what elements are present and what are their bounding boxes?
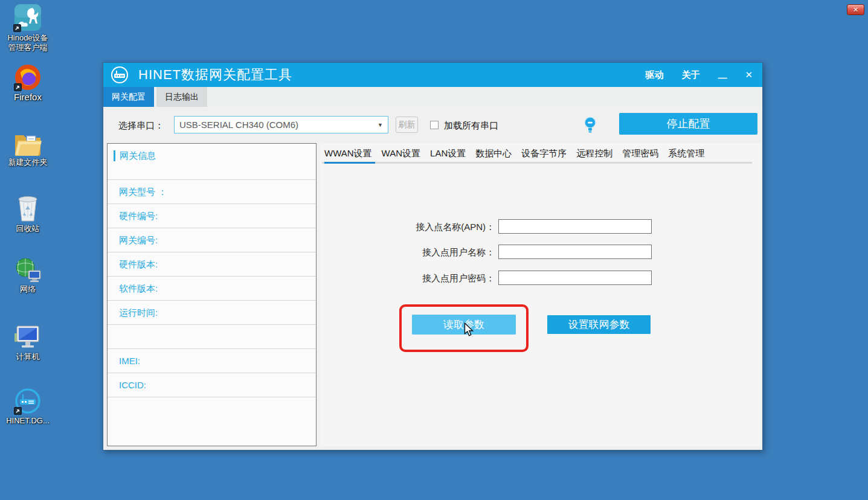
router-shortcut-icon <box>14 388 41 414</box>
window-title: HINET数据网关配置工具 <box>138 66 292 84</box>
remote-close-button[interactable]: ✕ <box>847 4 864 15</box>
router-logo-icon <box>111 66 129 84</box>
tab-lan-settings[interactable]: LAN设置 <box>430 148 466 159</box>
close-button[interactable]: ✕ <box>745 69 753 80</box>
serial-port-select[interactable]: USB-SERIAL CH340 (COM6) ▼ <box>174 116 388 133</box>
desktop-icon-firefox[interactable]: Firefox <box>0 64 56 102</box>
tab-data-center[interactable]: 数据中心 <box>475 148 512 159</box>
settings-tab-bar: WWAN设置 WAN设置 LAN设置 数据中心 设备字节序 远程控制 管理密码 … <box>324 148 704 159</box>
apn-username-label: 接入点用户名称： <box>386 247 495 258</box>
active-tab-indicator <box>324 162 375 164</box>
load-all-ports-checkbox[interactable] <box>430 121 439 129</box>
hinode-app-icon <box>14 4 42 31</box>
gateway-info-panel: 网关信息 网关型号 ： 硬件编号: 网关编号: 硬件版本: 软件版本: 运行时间… <box>107 143 317 446</box>
menu-driver[interactable]: 驱动 <box>645 69 663 81</box>
refresh-button[interactable]: 刷新 <box>396 117 418 133</box>
minimize-button[interactable]: — <box>718 72 727 83</box>
tab-remote-control[interactable]: 远程控制 <box>576 148 612 159</box>
row-hardware-id: 硬件编号: <box>108 204 316 228</box>
desktop-icon-label: 管理客户端 <box>8 43 48 52</box>
apn-username-input[interactable] <box>498 245 652 259</box>
set-network-params-button[interactable]: 设置联网参数 <box>547 315 651 334</box>
desktop-icon-label: 网络 <box>20 284 36 293</box>
desktop-icon-network[interactable]: 网络 <box>0 257 56 294</box>
computer-icon <box>14 325 42 350</box>
row-software-version: 软件版本: <box>108 276 316 300</box>
desktop: { "colors": { "desktop_bg": "#3a7ebd", "… <box>0 0 868 500</box>
settings-panel: WWAN设置 WAN设置 LAN设置 数据中心 设备字节序 远程控制 管理密码 … <box>320 143 760 446</box>
panel-filler <box>108 397 316 446</box>
apn-label: 接入点名称(APN)： <box>386 222 495 233</box>
tab-system-management[interactable]: 系统管理 <box>668 148 704 159</box>
apn-password-input[interactable] <box>498 271 652 285</box>
titlebar[interactable]: HINET数据网关配置工具 驱动 关于 — ✕ <box>103 63 762 87</box>
gateway-id-label: 网关编号: <box>108 228 316 252</box>
apn-input[interactable] <box>498 219 652 234</box>
tab-underline <box>322 162 752 164</box>
row-spacer <box>108 324 316 348</box>
desktop-icon-label: 回收站 <box>16 224 40 233</box>
shortcut-arrow-icon <box>14 407 22 415</box>
software-version-label: 软件版本: <box>108 277 316 300</box>
imei-label: IMEI: <box>108 349 316 373</box>
main-tab-bar: 网关配置 日志输出 <box>103 87 762 107</box>
serial-port-label: 选择串口： <box>118 120 164 132</box>
desktop-icon-new-folder[interactable]: 新建文件夹 <box>0 132 56 167</box>
desktop-icon-label: 计算机 <box>16 352 40 361</box>
uptime-label: 运行时间: <box>108 301 316 324</box>
chevron-down-icon: ▼ <box>378 122 383 128</box>
desktop-icon-label: HINET.DG... <box>6 416 50 425</box>
row-hardware-version: 硬件版本: <box>108 252 316 276</box>
row-iccid: ICCID: <box>108 373 316 397</box>
desktop-icon-recycle-bin[interactable]: 回收站 <box>0 194 56 234</box>
desktop-icon-computer[interactable]: 计算机 <box>0 325 56 362</box>
tab-admin-password[interactable]: 管理密码 <box>622 148 658 159</box>
desktop-icon-hinode-client[interactable]: Hinode设备 管理客户端 <box>0 4 56 53</box>
tab-wan-settings[interactable]: WAN设置 <box>382 148 420 159</box>
gateway-info-title: 网关信息 <box>120 150 156 162</box>
gateway-info-header-row: 网关信息 <box>108 144 316 179</box>
firefox-icon <box>14 64 41 91</box>
desktop-icon-label: Hinode设备 <box>7 33 48 42</box>
iccid-label: ICCID: <box>108 373 316 397</box>
stop-config-button[interactable]: 停止配置 <box>619 113 757 135</box>
tab-log-output[interactable]: 日志输出 <box>156 87 207 107</box>
recycle-bin-icon <box>14 194 42 222</box>
bulb-status-icon <box>583 116 597 134</box>
desktop-icon-label: 新建文件夹 <box>8 158 48 167</box>
folder-icon <box>14 132 42 156</box>
row-gateway-model: 网关型号 ： <box>108 179 316 204</box>
shortcut-arrow-icon <box>14 83 22 91</box>
serial-port-value: USB-SERIAL CH340 (COM6) <box>179 117 298 133</box>
menu-about[interactable]: 关于 <box>681 69 699 81</box>
hardware-version-label: 硬件版本: <box>108 252 316 276</box>
read-params-button[interactable]: 读取参数 <box>412 315 516 335</box>
network-icon <box>14 257 42 283</box>
tab-device-byte-order[interactable]: 设备字节序 <box>521 148 567 159</box>
row-imei: IMEI: <box>108 348 316 373</box>
tab-gateway-config[interactable]: 网关配置 <box>103 87 154 107</box>
row-uptime: 运行时间: <box>108 300 316 324</box>
desktop-icon-label: Firefox <box>14 92 42 102</box>
hardware-id-label: 硬件编号: <box>108 204 316 228</box>
tab-wwan-settings[interactable]: WWAN设置 <box>324 148 372 159</box>
desktop-icon-hinet-dg[interactable]: HINET.DG... <box>0 388 56 426</box>
row-gateway-id: 网关编号: <box>108 228 316 252</box>
apn-password-label: 接入点用户密码： <box>386 273 495 284</box>
shortcut-arrow-icon <box>13 24 21 32</box>
accent-bar <box>114 150 115 161</box>
gateway-model-label: 网关型号 ： <box>108 180 316 204</box>
load-all-ports-label: 加载所有串口 <box>444 120 498 132</box>
app-window: HINET数据网关配置工具 驱动 关于 — ✕ 网关配置 日志输出 选择串口： … <box>103 62 763 450</box>
